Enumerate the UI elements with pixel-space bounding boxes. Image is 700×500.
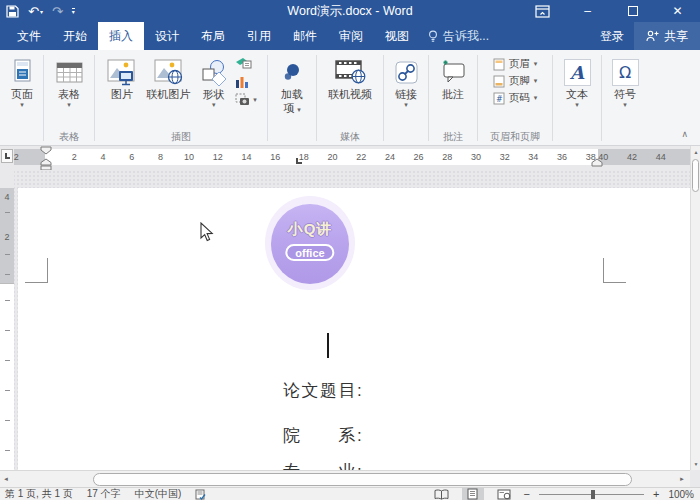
- comment-button[interactable]: 批注: [437, 55, 470, 103]
- group-divider: [428, 55, 429, 141]
- shapes-button[interactable]: 形状 ▾: [196, 55, 231, 111]
- ruler-number: 32: [490, 149, 519, 165]
- minimize-icon: –: [584, 4, 591, 18]
- pages-button[interactable]: 页面 ▾: [7, 55, 37, 111]
- scroll-up-button[interactable]: ▲: [691, 146, 700, 158]
- online-video-icon: [335, 60, 366, 84]
- word-count[interactable]: 17 个字: [87, 487, 121, 500]
- vertical-scrollbar[interactable]: ▲ ▼: [690, 146, 700, 470]
- footer-button[interactable]: 页脚 ▾: [493, 74, 538, 88]
- ribbon-tab[interactable]: 文件: [6, 22, 52, 50]
- zoom-slider-thumb[interactable]: [591, 490, 595, 499]
- ribbon-tab[interactable]: 布局: [190, 22, 236, 50]
- table-button[interactable]: 表格 ▾: [52, 55, 87, 111]
- collapse-ribbon-button[interactable]: ∧: [681, 129, 688, 139]
- vertical-ruler[interactable]: 4 2: [0, 170, 14, 470]
- ruler-number: 2: [2, 149, 31, 165]
- page-number-dropdown-icon: ▾: [534, 94, 538, 102]
- ribbon-tab[interactable]: 引用: [236, 22, 282, 50]
- online-pictures-button[interactable]: 联机图片: [142, 55, 194, 103]
- smartart-button[interactable]: [235, 57, 257, 71]
- scroll-left-button[interactable]: ◄: [0, 471, 12, 487]
- screenshot-button[interactable]: ▾: [235, 93, 257, 106]
- ruler-number: 36: [548, 149, 577, 165]
- right-indent-marker[interactable]: [591, 158, 603, 167]
- page-icon: [12, 59, 33, 85]
- ribbon-tab[interactable]: 设计: [144, 22, 190, 50]
- ribbon-tab[interactable]: 视图: [374, 22, 420, 50]
- text-dropdown-icon: ▾: [575, 101, 579, 109]
- illustrations-small-buttons: ▾: [233, 55, 259, 108]
- share-person-icon: [646, 30, 659, 42]
- ruler-left-margin-numbers: 2: [2, 149, 31, 165]
- ruler-main-numbers: 2468101214161820222426283032343638: [60, 149, 605, 165]
- ribbon-tab-label: 引用: [247, 28, 271, 45]
- share-button[interactable]: 共享: [634, 22, 700, 50]
- horizontal-scrollbar-thumb[interactable]: [93, 473, 632, 486]
- ribbon-tab-label: 视图: [385, 28, 409, 45]
- close-button[interactable]: ✕: [655, 0, 700, 22]
- zoom-level[interactable]: 100%: [668, 489, 694, 500]
- online-video-button[interactable]: 联机视频: [324, 55, 376, 103]
- ribbon-display-options-button[interactable]: [520, 0, 565, 22]
- page-number-icon: #: [493, 92, 505, 105]
- page-indicator[interactable]: 第 1 页, 共 1 页: [5, 487, 73, 500]
- language-indicator[interactable]: 中文(中国): [135, 487, 182, 500]
- add-ins-label-line2: 项 ▾: [283, 101, 301, 115]
- document-line-partial[interactable]: 专 业:: [283, 460, 363, 470]
- header-button[interactable]: 页眉 ▾: [493, 57, 538, 71]
- document-line-title[interactable]: 论文题目:: [283, 379, 363, 402]
- ribbon-tab[interactable]: 审阅: [328, 22, 374, 50]
- ribbon-tab[interactable]: 插入: [98, 22, 144, 50]
- minimize-button[interactable]: –: [565, 0, 610, 22]
- proofing-status-icon[interactable]: [195, 489, 206, 500]
- footer-label: 页脚: [509, 74, 530, 88]
- zoom-slider[interactable]: [539, 488, 644, 500]
- online-pictures-label: 联机图片: [146, 87, 190, 101]
- ribbon-tab-label: 设计: [155, 28, 179, 45]
- document-line-department[interactable]: 院 系:: [283, 424, 363, 447]
- margin-corner-top-right: [603, 258, 626, 283]
- page-number-button[interactable]: # 页码 ▾: [493, 91, 538, 105]
- maximize-button[interactable]: [610, 0, 655, 22]
- zoom-out-button[interactable]: −: [524, 488, 530, 500]
- vertical-scrollbar-thumb[interactable]: [692, 159, 699, 192]
- links-button[interactable]: 链接 ▾: [391, 55, 422, 111]
- ruler-number: 24: [376, 149, 405, 165]
- ribbon-tab[interactable]: 开始: [52, 22, 98, 50]
- table-label: 表格: [58, 87, 80, 101]
- scroll-right-button[interactable]: ►: [676, 471, 688, 487]
- horizontal-ruler[interactable]: 2 2468101214161820222426283032343638 404…: [14, 149, 690, 165]
- horizontal-scrollbar[interactable]: ◄ ►: [0, 470, 690, 487]
- share-label: 共享: [664, 28, 688, 45]
- ruler-number: 6: [117, 149, 146, 165]
- zoom-in-button[interactable]: +: [653, 488, 659, 500]
- document-page[interactable]: 小Q讲 office 论文题目: 院 系: 专 业:: [18, 188, 690, 470]
- shapes-icon: [200, 59, 227, 86]
- header-dropdown-icon: ▾: [534, 60, 538, 68]
- print-layout-button[interactable]: [462, 488, 484, 500]
- vertical-ruler-tick: [5, 212, 10, 213]
- pictures-button[interactable]: 图片: [103, 55, 140, 103]
- text-button[interactable]: A 文本 ▾: [560, 55, 595, 111]
- sign-in-button[interactable]: 登录: [590, 22, 634, 50]
- scroll-down-button[interactable]: ▼: [691, 458, 700, 470]
- read-mode-button[interactable]: [431, 488, 453, 500]
- vertical-ruler-text-area: [0, 283, 14, 470]
- ribbon-tab[interactable]: 邮件: [282, 22, 328, 50]
- group-divider: [477, 55, 478, 141]
- group-divider: [601, 55, 602, 141]
- first-line-indent-marker[interactable]: [40, 146, 52, 155]
- ruler-number: 4: [89, 149, 118, 165]
- media-group-label: 媒体: [318, 130, 382, 145]
- ribbon: 页面 ▾: [0, 50, 700, 146]
- header-label: 页眉: [509, 57, 530, 71]
- group-divider: [552, 55, 553, 141]
- web-layout-button[interactable]: [493, 488, 515, 500]
- chart-button[interactable]: [235, 75, 257, 89]
- add-ins-button[interactable]: 加载 项 ▾: [277, 55, 308, 117]
- symbol-button[interactable]: Ω 符号 ▾: [608, 55, 643, 111]
- tell-me-box[interactable]: 告诉我...: [420, 22, 497, 50]
- shapes-dropdown-icon: ▾: [212, 101, 216, 109]
- tab-stop-marker[interactable]: [296, 158, 302, 164]
